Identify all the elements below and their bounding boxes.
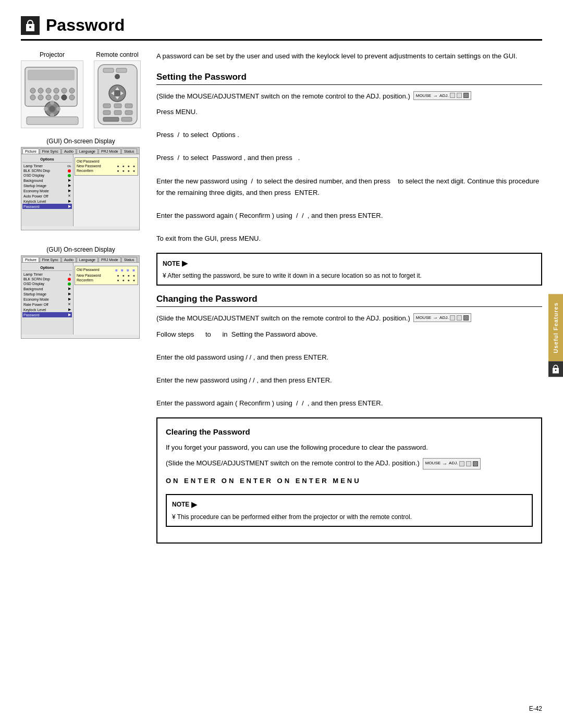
adj-arrow: →: [433, 93, 438, 98]
clearing-slide-label: (Slide the MOUSE/ADJUSTMENT switch on th…: [166, 459, 420, 467]
note1-arrow: ▶: [182, 258, 188, 269]
svg-rect-36: [125, 110, 132, 115]
changing-step2: Enter the old password using / / , and t…: [156, 352, 542, 363]
step2: Press / to select Options .: [156, 129, 542, 141]
gui1-item-startup: Startup Image▶: [22, 183, 72, 188]
svg-point-16: [50, 101, 54, 105]
adj-label: ADJ.: [439, 93, 448, 98]
note1-header: NOTE ▶: [163, 258, 536, 269]
changing-slide-label: (Slide the MOUSE/ADJUSTMENT switch on th…: [156, 314, 410, 322]
gui1-menu: Options Lamp Timer0h BLK SCRN Disp OSD D…: [21, 154, 74, 226]
gui1-popup-old: Old Password: [77, 159, 136, 163]
changing-slide-text: (Slide the MOUSE/ADJUSTMENT switch on th…: [156, 313, 410, 324]
gui2-item-economy: Economy Mode▶: [22, 297, 72, 302]
setting-slide-text: (Slide the MOUSE/ADJUSTMENT switch on th…: [156, 91, 410, 102]
gui1-item-osd: OSD Display: [22, 173, 72, 178]
header-icon: [21, 16, 40, 35]
c-adj-box3: [463, 315, 469, 320]
cl-adj-box1: [459, 461, 464, 466]
projector-block: Projector: [21, 51, 83, 128]
remote-label: Remote control: [94, 51, 141, 58]
gui2-tab-picture: Picture: [22, 257, 39, 262]
c-mouse-label: MOUSE: [416, 315, 431, 320]
svg-point-19: [56, 107, 60, 111]
changing-adj-image: MOUSE → ADJ.: [413, 313, 472, 322]
gui1-item-keylock: Keylock Level▶: [22, 199, 72, 204]
projector-svg: [22, 62, 82, 127]
note1-box: NOTE ▶ ¥ After setting the password, be …: [156, 253, 542, 286]
projector-image: [21, 60, 83, 128]
gui1-tabs: Picture Fine Sync Audio Language PRJ Mod…: [21, 147, 139, 154]
svg-point-7: [69, 88, 75, 93]
step1: Press MENU.: [156, 106, 542, 118]
note2-text: ¥ This procedure can be performed either…: [172, 512, 527, 522]
cl-adj-label: ADJ.: [449, 460, 458, 467]
clearing-title: Clearing the Password: [166, 426, 533, 438]
gui2-popup: Old Password■ ■ ■ ■ New Password● ● ● ● …: [75, 266, 138, 285]
svg-point-12: [62, 95, 67, 100]
changing-step4: Enter the password again ( Reconfirm ) u…: [156, 398, 542, 409]
devices-row: Projector: [21, 51, 141, 128]
gui2-item-ratepower: Rate Power Off✕: [22, 302, 72, 307]
clearing-slide-row: (Slide the MOUSE/ADJUSTMENT switch on th…: [166, 458, 533, 470]
lock-icon: [24, 19, 36, 32]
gui2-tab-status: Status: [121, 257, 137, 262]
remote-svg: [95, 62, 140, 127]
adj-box1: [450, 93, 455, 98]
gui2-screen: Picture Fine Sync Audio Language PRJ Mod…: [21, 255, 140, 339]
gui1-item-autopower: Auto Power Off✕: [22, 193, 72, 199]
adj-box3: [463, 93, 469, 98]
gui2-item-blk: BLK SCRN Disp: [22, 277, 72, 281]
gui2-tab-finesync: Fine Sync: [40, 257, 61, 262]
gui1-item-bg: Background▶: [22, 178, 72, 183]
clearing-sequence: ON ENTER ON ENTER ON ENTER MENU: [166, 476, 533, 487]
gui2-options-header: Options: [22, 265, 72, 271]
cl-adj-box3: [473, 461, 478, 466]
gui1-tab-status: Status: [121, 149, 137, 154]
sidebar-icon-block: [548, 361, 563, 377]
sidebar-lock-icon: [551, 364, 560, 374]
svg-rect-35: [114, 110, 121, 115]
gui2-block: (GUI) On-screen Display Picture Fine Syn…: [21, 246, 141, 339]
gui2-tab-prj: PRJ Mode: [99, 257, 121, 262]
svg-point-10: [46, 95, 51, 100]
svg-rect-20: [27, 117, 78, 125]
svg-rect-22: [103, 68, 114, 72]
page-title: Password: [46, 16, 125, 35]
remote-block: Remote control: [94, 51, 141, 128]
gui1-tab-language: Language: [77, 149, 98, 154]
cl-mouse-label: MOUSE: [425, 460, 440, 467]
setting-title: Setting the Password: [156, 72, 542, 85]
gui1-item-lamp: Lamp Timer0h: [22, 164, 72, 168]
changing-slide-row: (Slide the MOUSE/ADJUSTMENT switch on th…: [156, 313, 542, 324]
cl-adj-box2: [466, 461, 471, 466]
c-adj-box1: [450, 315, 455, 320]
clearing-box: Clearing the Password If you forget your…: [156, 417, 542, 543]
svg-rect-38: [121, 117, 132, 121]
clearing-slide-text: (Slide the MOUSE/ADJUSTMENT switch on th…: [166, 458, 420, 468]
gui1-label: (GUI) On-screen Display: [21, 138, 141, 145]
gui2-popup-new: New Password● ● ● ●: [77, 274, 136, 277]
svg-point-4: [46, 88, 51, 93]
gui1-tab-prj: PRJ Mode: [99, 149, 121, 154]
gui1-item-economy: Economy Mode▶: [22, 188, 72, 193]
gui2-tab-language: Language: [77, 257, 98, 262]
gui2-side: Old Password■ ■ ■ ■ New Password● ● ● ● …: [74, 263, 139, 335]
svg-rect-32: [114, 104, 121, 108]
gui1-item-blk: BLK SCRN Disp: [22, 168, 72, 173]
svg-point-9: [38, 95, 43, 100]
remote-image: [94, 60, 141, 128]
gui1-item-password: Password▶: [22, 204, 72, 209]
intro-text: A password can be set by the user and us…: [156, 51, 542, 61]
changing-step3: Enter the new password using / / , and t…: [156, 375, 542, 386]
svg-rect-33: [125, 104, 132, 108]
svg-point-18: [44, 107, 48, 111]
gui2-item-bg: Background▶: [22, 286, 72, 291]
gui1-options-header: Options: [22, 156, 72, 163]
gui2-item-osd: OSD Display: [22, 281, 72, 286]
useful-features-label: Useful Features: [553, 302, 559, 353]
changing-section: Changing the Password (Slide the MOUSE/A…: [156, 294, 542, 409]
clearing-adj-image: MOUSE → ADJ.: [423, 458, 481, 470]
gui1-screen: Picture Fine Sync Audio Language PRJ Mod…: [21, 147, 140, 230]
svg-rect-34: [103, 110, 111, 115]
